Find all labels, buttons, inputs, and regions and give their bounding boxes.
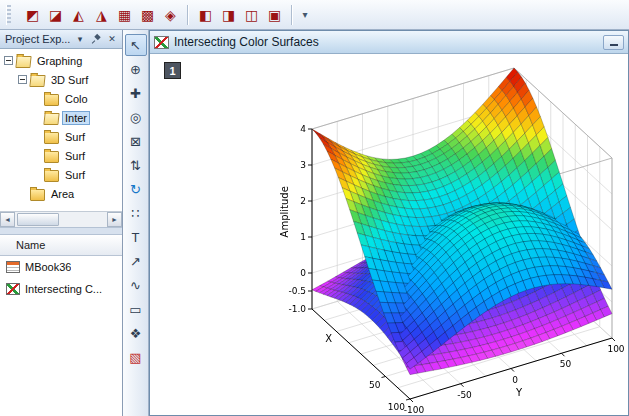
data-reader-tool-button[interactable]: ✚: [125, 82, 147, 104]
rotate-3d-tool-button[interactable]: ↻: [125, 178, 147, 200]
project-tree: Graphing 3D Surf Colo Inter Surf Surf Su…: [0, 49, 122, 211]
arrow-tool-button[interactable]: ↗: [125, 250, 147, 272]
folder-open-icon: [43, 113, 59, 125]
close-icon: ✕: [108, 34, 116, 44]
graph-window-icon: [154, 36, 169, 49]
contour-color-fill-icon: ◧: [199, 7, 212, 23]
data-reader-icon: ✚: [130, 86, 141, 101]
tree-item-surface-2[interactable]: Surf: [0, 146, 122, 165]
minimize-button[interactable]: [603, 35, 624, 50]
folder-open-icon: [15, 56, 31, 68]
panel-menu-button[interactable]: ▾: [72, 31, 88, 47]
pan-tool-button[interactable]: ❖: [125, 322, 147, 344]
tree-item-label: 3D Surf: [48, 73, 91, 87]
gray-scale-map-button[interactable]: ◫: [240, 3, 263, 26]
mask-tool-button[interactable]: ⊠: [125, 130, 147, 152]
surface-plot-canvas[interactable]: [150, 54, 628, 415]
chevron-down-icon: ▾: [78, 34, 83, 44]
draw-data-tool-button[interactable]: ⇅: [125, 154, 147, 176]
screen-reader-tool-button[interactable]: ◎: [125, 106, 147, 128]
3d-ribbons-button[interactable]: ◮: [90, 3, 113, 26]
3d-walls-icon: ▦: [118, 7, 131, 23]
text-tool-button[interactable]: T: [125, 226, 147, 248]
collapse-icon[interactable]: [4, 56, 13, 65]
tree-item-3d-surface[interactable]: 3D Surf: [0, 70, 122, 89]
tree-horizontal-scrollbar[interactable]: ◄ ►: [0, 211, 122, 227]
mask-icon: ⊠: [130, 134, 141, 149]
tree-item-area[interactable]: Area: [0, 184, 122, 203]
panel-close-button[interactable]: ✕: [104, 31, 120, 47]
3d-scatter-icon: ◩: [26, 7, 39, 23]
pan-icon: ❖: [130, 326, 142, 341]
text-tool-icon: T: [132, 230, 140, 245]
curve-icon: ∿: [130, 278, 141, 293]
curve-tool-button[interactable]: ∿: [125, 274, 147, 296]
origin-app: { "toolbar_top": { "buttons": [ {"name":…: [0, 0, 629, 416]
arrow-icon: ↗: [130, 254, 141, 269]
tree-item-surface-3[interactable]: Surf: [0, 165, 122, 184]
3d-surface-button[interactable]: ◈: [159, 3, 182, 26]
3d-surface-icon: ◈: [165, 7, 176, 23]
tree-item-label: Surf: [62, 130, 88, 144]
image-plot-button[interactable]: ▣: [263, 3, 286, 26]
image-plot-icon: ▣: [268, 7, 281, 23]
tree-item-graphing[interactable]: Graphing: [0, 51, 122, 70]
zoom-icon: ⊕: [130, 62, 141, 77]
graph-window-title: Intersecting Color Surfaces: [174, 35, 598, 49]
panel-pin-button[interactable]: [88, 31, 104, 47]
3d-walls-button[interactable]: ▦: [113, 3, 136, 26]
scroll-left-icon: ◄: [4, 216, 11, 223]
toolbar-overflow-button[interactable]: ▾: [298, 9, 312, 20]
toolbar-separator: [187, 5, 189, 25]
region-select-tool-button[interactable]: ∷: [125, 202, 147, 224]
rectangle-tool-button[interactable]: ▭: [125, 298, 147, 320]
tree-item-intersecting[interactable]: Inter: [0, 108, 122, 127]
tree-item-label: Colo: [62, 92, 91, 106]
scrollbar-thumb[interactable]: [17, 213, 59, 226]
rectangle-icon: ▭: [129, 302, 141, 317]
files-column-header[interactable]: Name: [0, 235, 122, 256]
pin-icon: [91, 34, 101, 44]
3d-waterfall-button[interactable]: ▩: [136, 3, 159, 26]
scroll-right-button[interactable]: ►: [107, 212, 122, 227]
zoom-tool-button[interactable]: ⊕: [125, 58, 147, 80]
draw-data-icon: ⇅: [130, 158, 141, 173]
3d-bars-icon: ◭: [73, 7, 84, 23]
file-item-label: Intersecting C...: [25, 283, 102, 295]
scroll-left-button[interactable]: ◄: [0, 212, 15, 227]
folder-icon: [30, 189, 45, 201]
pointer-icon: ↖: [130, 38, 141, 53]
3d-trajectory-button[interactable]: ◪: [44, 3, 67, 26]
project-explorer-header: Project Exp... ▾ ✕: [0, 30, 122, 49]
tree-item-label: Area: [48, 187, 77, 201]
contour-lines-icon: ◨: [222, 7, 235, 23]
tree-item-color[interactable]: Colo: [0, 89, 122, 108]
graph-file-icon: [6, 283, 20, 295]
folder-icon: [44, 94, 59, 106]
collapse-icon[interactable]: [18, 75, 27, 84]
project-explorer-title: Project Exp...: [5, 33, 72, 45]
files-header-label: Name: [16, 239, 45, 251]
file-item-mbook36[interactable]: MBook36: [0, 256, 122, 278]
graph-window: Intersecting Color Surfaces 1: [149, 30, 629, 416]
tools-toolbar: ↖ ⊕ ✚ ◎ ⊠ ⇅ ↻ ∷ T ↗ ∿ ▭ ❖ ▧: [123, 30, 149, 416]
3d-scatter-button[interactable]: ◩: [21, 3, 44, 26]
toolbar-grip[interactable]: [6, 5, 11, 25]
toolbar-separator: [291, 5, 293, 25]
insert-graph-tool-button[interactable]: ▧: [125, 346, 147, 368]
contour-color-fill-button[interactable]: ◧: [194, 3, 217, 26]
graph-window-titlebar[interactable]: Intersecting Color Surfaces: [150, 31, 628, 54]
tree-item-surface-1[interactable]: Surf: [0, 127, 122, 146]
panel-splitter[interactable]: [0, 227, 122, 235]
tree-item-label: Graphing: [34, 54, 85, 68]
contour-lines-button[interactable]: ◨: [217, 3, 240, 26]
scroll-right-icon: ►: [111, 216, 118, 223]
layer-1-button[interactable]: 1: [164, 62, 181, 79]
folder-open-icon: [29, 75, 45, 87]
region-select-icon: ∷: [131, 206, 139, 221]
pointer-tool-button[interactable]: ↖: [125, 34, 147, 56]
folder-icon: [44, 132, 59, 144]
file-item-intersecting-graph[interactable]: Intersecting C...: [0, 278, 122, 300]
3d-bars-button[interactable]: ◭: [67, 3, 90, 26]
scrollbar-track[interactable]: [15, 212, 107, 227]
